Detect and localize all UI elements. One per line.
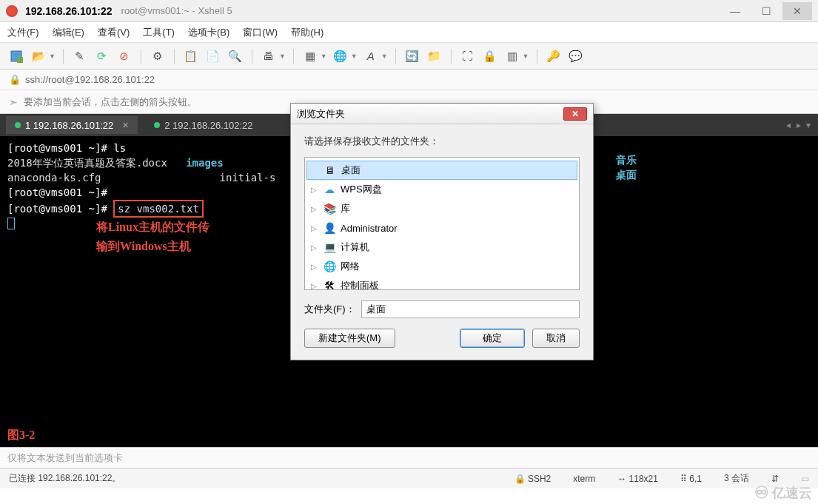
status-cap-icon: ▭ bbox=[801, 474, 809, 484]
close-button[interactable]: ✕ bbox=[782, 2, 812, 20]
font-icon[interactable]: A bbox=[362, 47, 380, 65]
find-icon[interactable]: 🔍 bbox=[227, 47, 244, 65]
menu-window[interactable]: 窗口(W) bbox=[243, 26, 278, 39]
terminal-far-column: 音乐 桌面 bbox=[616, 152, 637, 182]
computer-icon: 💻 bbox=[323, 241, 336, 253]
browse-folder-dialog: 浏览文件夹 ✕ 请选择保存接收文件的文件夹： 🖥桌面 ▷☁WPS网盘 ▷📚库 ▷… bbox=[290, 103, 594, 360]
tab-nav[interactable]: ◂ ▸ ▾ bbox=[786, 120, 812, 130]
tab-label: 2 192.168.26.102:22 bbox=[164, 120, 252, 131]
cursor bbox=[7, 218, 15, 229]
toolbar: 📂▼ ✎ ⟳ ⊘ ⚙ 📋 📄 🔍 🖶▼ ▦▼ 🌐▼ A▼ 🔄 📁 ⛶ 🔒 ▥▼ … bbox=[0, 43, 818, 70]
status-connection: 已连接 192.168.26.101:22。 bbox=[9, 472, 121, 485]
status-dot-icon bbox=[15, 122, 21, 128]
folder-input[interactable] bbox=[361, 300, 580, 318]
figure-label: 图3-2 bbox=[7, 428, 35, 443]
annotation-text: 将Linux主机的文件传 输到Windows主机 bbox=[96, 218, 209, 256]
maximize-button[interactable]: ☐ bbox=[751, 2, 781, 20]
send-bar[interactable]: 仅将文本发送到当前选项卡 bbox=[0, 447, 818, 468]
control-panel-icon: 🛠 bbox=[323, 280, 336, 290]
fullscreen-icon[interactable]: ⛶ bbox=[459, 47, 477, 65]
status-dot-icon bbox=[154, 122, 160, 128]
dialog-title: 浏览文件夹 bbox=[297, 107, 345, 121]
new-folder-button[interactable]: 新建文件夹(M) bbox=[304, 329, 395, 348]
status-term: xterm bbox=[573, 474, 595, 484]
folder-tree[interactable]: 🖥桌面 ▷☁WPS网盘 ▷📚库 ▷👤Administrator ▷💻计算机 ▷🌐… bbox=[304, 157, 580, 290]
window-title-sub: root@vms001:~ - Xshell 5 bbox=[121, 5, 232, 16]
title-bar: 192.168.26.101:22 root@vms001:~ - Xshell… bbox=[0, 0, 818, 22]
menu-tabs[interactable]: 选项卡(B) bbox=[188, 26, 229, 39]
hint-text: 要添加当前会话，点击左侧的箭头按钮。 bbox=[24, 95, 197, 109]
tree-item-computer[interactable]: ▷💻计算机 bbox=[306, 238, 577, 257]
status-bar: 已连接 192.168.26.101:22。 🔒 SSH2 xterm ↔ 11… bbox=[0, 468, 818, 488]
dialog-close-button[interactable]: ✕ bbox=[563, 107, 587, 121]
user-icon: 👤 bbox=[323, 222, 336, 234]
properties-icon[interactable]: ⚙ bbox=[149, 47, 167, 65]
cloud-icon: ☁ bbox=[323, 184, 336, 195]
status-sessions: 3 会话 bbox=[724, 472, 749, 485]
script-icon[interactable]: 💬 bbox=[567, 47, 585, 65]
terminal-line: [root@vms001 ~]# bbox=[7, 187, 107, 198]
print-icon[interactable]: 🖶 bbox=[260, 47, 278, 65]
transfer-icon[interactable]: 🔄 bbox=[403, 47, 421, 65]
app-icon bbox=[6, 5, 18, 17]
lock-icon[interactable]: 🔒 bbox=[481, 47, 499, 65]
xftp-icon[interactable]: 📁 bbox=[426, 47, 443, 65]
address-bar[interactable]: 🔒 ssh://root@192.168.26.101:22 bbox=[0, 70, 818, 90]
menu-help[interactable]: 帮助(H) bbox=[291, 26, 323, 39]
cancel-button[interactable]: 取消 bbox=[532, 329, 580, 348]
hint-arrow-icon[interactable]: ➣ bbox=[9, 96, 18, 108]
window-title-main: 192.168.26.101:22 bbox=[25, 5, 113, 17]
paste-icon[interactable]: 📄 bbox=[204, 47, 222, 65]
key-icon[interactable]: 🔑 bbox=[545, 47, 563, 65]
tree-item-controlpanel[interactable]: ▷🛠控制面板 bbox=[306, 276, 577, 290]
send-bar-text: 仅将文本发送到当前选项卡 bbox=[7, 451, 123, 465]
new-session-icon[interactable] bbox=[7, 47, 25, 65]
folder-label: 文件夹(F)： bbox=[304, 303, 355, 316]
copy-icon[interactable]: 📋 bbox=[182, 47, 200, 65]
ok-button[interactable]: 确定 bbox=[460, 329, 525, 348]
svg-rect-1 bbox=[17, 57, 23, 63]
menu-file[interactable]: 文件(F) bbox=[7, 26, 39, 39]
status-pos: ⠿ 6,1 bbox=[680, 474, 702, 484]
address-text: ssh://root@192.168.26.101:22 bbox=[25, 74, 155, 85]
network-icon: 🌐 bbox=[323, 261, 336, 272]
open-icon[interactable]: 📂 bbox=[30, 47, 47, 65]
desktop-icon: 🖥 bbox=[323, 164, 337, 176]
menu-tools[interactable]: 工具(T) bbox=[143, 26, 175, 39]
menu-bar: 文件(F) 编辑(E) 查看(V) 工具(T) 选项卡(B) 窗口(W) 帮助(… bbox=[0, 22, 818, 43]
tile-icon[interactable]: ▥ bbox=[503, 47, 521, 65]
status-ssh: 🔒 SSH2 bbox=[514, 474, 552, 484]
tab-close-icon[interactable]: ✕ bbox=[122, 121, 129, 130]
watermark: ♾亿速云 bbox=[754, 483, 812, 503]
tree-item-wps[interactable]: ▷☁WPS网盘 bbox=[306, 180, 577, 199]
disconnect-icon[interactable]: ⊘ bbox=[115, 47, 133, 65]
minimize-button[interactable]: — bbox=[720, 2, 750, 20]
session-tab-1[interactable]: 1 192.168.26.101:22 ✕ bbox=[6, 116, 138, 134]
reconnect-icon[interactable]: ⟳ bbox=[93, 47, 111, 65]
tree-item-libraries[interactable]: ▷📚库 bbox=[306, 199, 577, 218]
edit-icon[interactable]: ✎ bbox=[71, 47, 89, 65]
library-icon: 📚 bbox=[323, 203, 336, 215]
tree-item-network[interactable]: ▷🌐网络 bbox=[306, 257, 577, 276]
color-scheme-icon[interactable]: ▦ bbox=[301, 47, 319, 65]
encoding-icon[interactable]: 🌐 bbox=[332, 47, 349, 65]
session-tab-2[interactable]: 2 192.168.26.102:22 bbox=[145, 116, 261, 134]
tree-item-user[interactable]: ▷👤Administrator bbox=[306, 218, 577, 238]
menu-view[interactable]: 查看(V) bbox=[98, 26, 130, 39]
status-updown-icon[interactable]: ⇵ bbox=[771, 474, 779, 484]
terminal-line: [root@vms001 ~]# ls bbox=[7, 142, 126, 154]
highlighted-command: sz vms002.txt bbox=[113, 200, 204, 218]
lock-icon: 🔒 bbox=[9, 74, 21, 85]
menu-edit[interactable]: 编辑(E) bbox=[53, 26, 84, 39]
dialog-title-bar[interactable]: 浏览文件夹 ✕ bbox=[291, 104, 593, 124]
tree-item-desktop[interactable]: 🖥桌面 bbox=[306, 161, 577, 180]
status-size: ↔ 118x21 bbox=[617, 474, 658, 484]
tab-label: 1 192.168.26.101:22 bbox=[25, 120, 113, 131]
dialog-instruction: 请选择保存接收文件的文件夹： bbox=[304, 135, 580, 148]
